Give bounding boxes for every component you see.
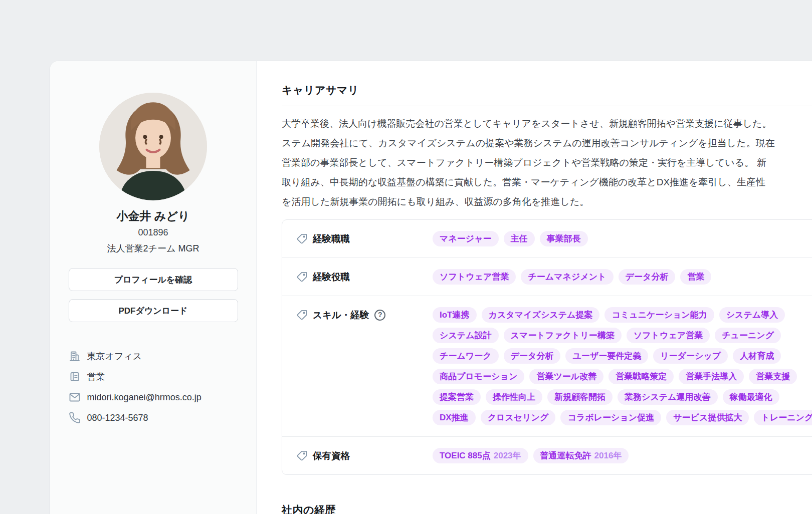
tag-line: マネージャー主任事業部長: [433, 231, 812, 246]
tag-line: TOEIC 885点2023年普通運転免許2016年: [433, 448, 812, 463]
tag-line: 提案営業操作性向上新規顧客開拓業務システム運用改善稼働最適化: [433, 389, 812, 405]
main-content: キャリアサマリ 大学卒業後、法人向け機器販売会社の営業としてキャリアをスタートさ…: [257, 61, 812, 514]
tag-pill: ユーザー要件定義: [565, 348, 648, 364]
tag-pill: クロスセリング: [481, 410, 556, 425]
row-tags: ソフトウェア営業チームマネジメントデータ分析営業: [433, 269, 812, 285]
row-tags: TOEIC 885点2023年普通運転免許2016年: [433, 448, 812, 463]
tag-pill: チームマネジメント: [521, 269, 613, 285]
office-building-icon: [69, 350, 81, 362]
tag-pill: 営業支援: [749, 369, 797, 384]
tag-icon: [296, 310, 307, 321]
contact-list: 東京オフィス 営業 midori.koganei@hrmos.co.jp: [69, 350, 238, 424]
tag-pill: カスタマイズシステム提案: [482, 307, 600, 323]
department-badge-icon: [69, 371, 81, 383]
row-label: 経験職職: [313, 231, 350, 246]
tag-pill: チューニング: [715, 328, 781, 343]
tag-pill: 営業ツール改善: [529, 369, 603, 384]
internal-history-title: 社内の経歴: [282, 503, 812, 514]
profile-card: 小金井 みどり 001896 法人営業2チーム MGR プロフィールを確認 PD…: [50, 61, 812, 514]
tag-pill: トレーニング: [754, 410, 812, 425]
pdf-download-button[interactable]: PDFダウンロード: [69, 299, 238, 322]
table-row-experienced-positions: 経験職職 マネージャー主任事業部長: [282, 220, 812, 258]
tag-pill: データ分析: [504, 348, 561, 364]
summary-line: を活用した新規事業の開拓にも取り組み、収益源の多角化を推進した。: [282, 192, 812, 211]
tag-pill: データ分析: [619, 269, 676, 285]
avatar: [99, 93, 207, 200]
tag-pill: 営業手法導入: [679, 369, 744, 384]
confirm-profile-button[interactable]: プロフィールを確認: [69, 268, 238, 291]
tag-pill: 普通運転免許2016年: [533, 448, 629, 463]
tag-pill-year: 2016年: [594, 450, 622, 461]
summary-line: 大学卒業後、法人向け機器販売会社の営業としてキャリアをスタートさせ、新規顧客開拓…: [282, 114, 812, 133]
summary-line: 取り組み、中長期的な収益基盤の構築に貢献した。営業・マーケティング機能の改革とD…: [282, 172, 812, 192]
tag-line: システム設計スマートファクトリー構築ソフトウェア営業チューニング: [433, 328, 812, 343]
row-tags: マネージャー主任事業部長: [433, 231, 812, 246]
email-row: midori.koganei@hrmos.co.jp: [69, 391, 238, 403]
career-summary-text: 大学卒業後、法人向け機器販売会社の営業としてキャリアをスタートさせ、新規顧客開拓…: [282, 114, 812, 211]
tag-pill: 主任: [504, 231, 535, 246]
tag-pill-text: TOEIC 885点: [440, 450, 491, 461]
tag-pill: コラボレーション促進: [560, 410, 661, 425]
sidebar-buttons: プロフィールを確認 PDFダウンロード: [69, 268, 238, 322]
row-label-group: 経験職職: [296, 231, 433, 246]
tag-line: DX推進クロスセリングコラボレーション促進サービス提供拡大トレーニング: [433, 410, 812, 425]
tag-pill: リーダーシップ: [653, 348, 728, 364]
tag-pill: ソフトウェア営業: [433, 269, 516, 285]
tag-icon: [296, 450, 307, 461]
phone-text: 080-1234-5678: [87, 413, 148, 423]
table-row-experienced-roles: 経験役職 ソフトウェア営業チームマネジメントデータ分析営業: [282, 258, 812, 296]
section-divider: [282, 106, 812, 106]
row-label-group: 保有資格: [296, 448, 433, 463]
tag-pill: サービス提供拡大: [666, 410, 749, 425]
tag-pill: チームワーク: [433, 348, 499, 364]
phone-icon: [69, 412, 81, 424]
row-label-group: スキル・経験 ?: [296, 307, 433, 323]
row-label: 経験役職: [313, 269, 350, 285]
tag-pill-text: 普通運転免許: [540, 450, 591, 461]
row-tags: IoT連携カスタマイズシステム提案コミュニケーション能力システム導入システム設計…: [433, 307, 812, 425]
tag-pill-year: 2023年: [494, 450, 521, 461]
tag-line: 商品プロモーション営業ツール改善営業戦略策定営業手法導入営業支援: [433, 369, 812, 384]
tag-pill: ソフトウェア営業: [627, 328, 710, 343]
tag-pill: 営業戦略策定: [608, 369, 674, 384]
tag-pill: IoT連携: [433, 307, 477, 323]
phone-row: 080-1234-5678: [69, 412, 238, 424]
row-label: 保有資格: [313, 448, 350, 463]
mail-icon: [69, 391, 81, 403]
attributes-table: 経験職職 マネージャー主任事業部長 経験役職 ソフトウェア営業チームマネジメント…: [282, 219, 812, 475]
career-summary-title: キャリアサマリ: [282, 83, 812, 97]
tag-line: IoT連携カスタマイズシステム提案コミュニケーション能力システム導入: [433, 307, 812, 323]
tag-pill: 業務システム運用改善: [618, 389, 718, 405]
profile-sidebar: 小金井 みどり 001896 法人営業2チーム MGR プロフィールを確認 PD…: [50, 61, 257, 514]
department-text: 営業: [87, 371, 105, 383]
employee-id: 001896: [138, 227, 168, 238]
tag-pill: 事業部長: [540, 231, 588, 246]
email-text: midori.koganei@hrmos.co.jp: [87, 392, 201, 403]
tag-line: チームワークデータ分析ユーザー要件定義リーダーシップ人材育成: [433, 348, 812, 364]
tag-pill: 操作性向上: [486, 389, 542, 405]
avatar-photo: [99, 93, 207, 200]
tag-pill: スマートファクトリー構築: [504, 328, 622, 343]
tag-pill: 稼働最適化: [723, 389, 779, 405]
row-label: スキル・経験: [313, 307, 369, 323]
person-name: 小金井 みどり: [116, 208, 189, 224]
tag-pill: 人材育成: [733, 348, 781, 364]
table-row-skills-experience: スキル・経験 ? IoT連携カスタマイズシステム提案コミュニケーション能力システ…: [282, 296, 812, 436]
tag-pill: 商品プロモーション: [433, 369, 524, 384]
tag-pill: システム導入: [719, 307, 785, 323]
row-label-group: 経験役職: [296, 269, 433, 285]
tag-pill: コミュニケーション能力: [604, 307, 714, 323]
office-text: 東京オフィス: [87, 350, 142, 362]
summary-line: ステム開発会社にて、カスタマイズシステムの提案や業務システムの運用改善コンサルテ…: [282, 133, 812, 153]
tag-icon: [296, 272, 307, 283]
department-row: 営業: [69, 371, 238, 383]
tag-pill: 新規顧客開拓: [547, 389, 613, 405]
tag-icon: [296, 233, 307, 244]
tag-pill: 提案営業: [433, 389, 481, 405]
tag-pill: TOEIC 885点2023年: [433, 448, 528, 463]
tag-line: ソフトウェア営業チームマネジメントデータ分析営業: [433, 269, 812, 285]
help-icon[interactable]: ?: [374, 310, 385, 321]
table-row-certifications: 保有資格 TOEIC 885点2023年普通運転免許2016年: [282, 436, 812, 474]
summary-line: 営業部の事業部長として、スマートファクトリー構築プロジェクトや営業戦略の策定・実…: [282, 153, 812, 172]
person-team: 法人営業2チーム MGR: [107, 242, 199, 254]
